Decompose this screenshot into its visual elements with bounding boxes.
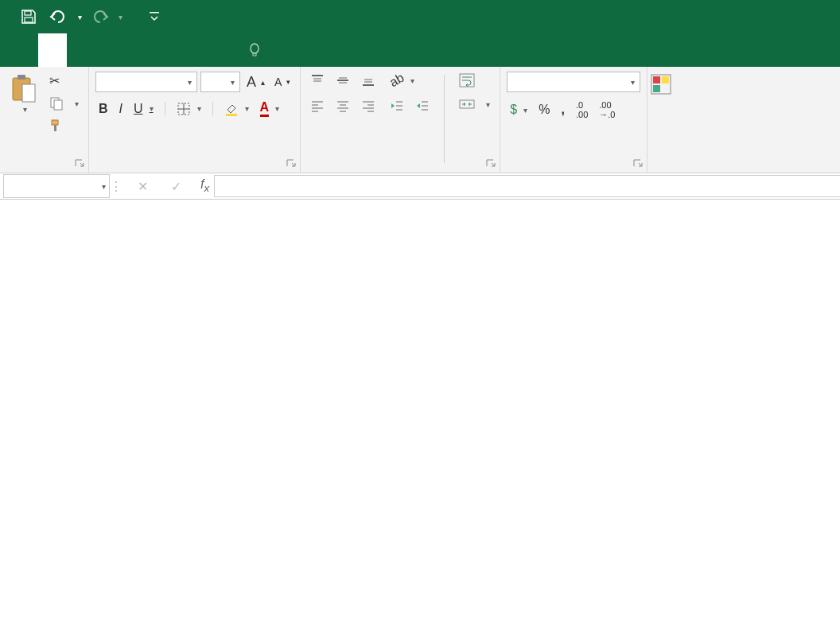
copy-icon	[49, 96, 64, 111]
quick-access-toolbar: ▾ ▾	[0, 4, 167, 29]
scissors-icon: ✂	[49, 73, 60, 88]
merge-icon	[459, 97, 475, 111]
align-middle-button[interactable]	[332, 72, 353, 89]
svg-rect-46	[653, 76, 660, 84]
group-alignment: ab▾ ▾	[301, 67, 500, 173]
ribbon-tabs	[0, 33, 840, 67]
underline-button[interactable]: U▾	[130, 100, 157, 118]
merge-center-button[interactable]: ▾	[456, 95, 493, 113]
svg-rect-48	[653, 85, 660, 92]
paste-button[interactable]: ▾	[6, 72, 41, 115]
svg-rect-2	[150, 12, 159, 14]
dialog-launcher-icon[interactable]	[74, 158, 85, 169]
font-color-button[interactable]: A▾	[257, 99, 283, 119]
name-box[interactable]: ▾	[3, 174, 110, 198]
decrease-indent-button[interactable]	[387, 97, 407, 115]
group-label-number	[507, 166, 640, 171]
tell-me-search[interactable]	[239, 33, 267, 67]
tab-view[interactable]	[210, 33, 239, 67]
percent-button[interactable]: %	[535, 101, 553, 119]
conditional-formatting-button[interactable]	[654, 72, 668, 97]
comma-button[interactable]: ,	[558, 101, 568, 119]
tab-formulas[interactable]	[124, 33, 153, 67]
fill-color-button[interactable]: ▾	[221, 100, 252, 118]
svg-rect-6	[18, 75, 25, 80]
chevron-down-icon: ▾	[486, 100, 490, 109]
svg-rect-9	[54, 100, 62, 110]
chevron-down-icon: ▾	[75, 99, 79, 108]
svg-rect-11	[54, 125, 56, 131]
tab-file[interactable]	[10, 33, 38, 67]
align-top-button[interactable]	[307, 72, 328, 89]
italic-button[interactable]: I	[116, 100, 126, 118]
paintbrush-icon	[49, 119, 64, 133]
lightbulb-icon	[248, 42, 261, 58]
cancel-edit-button[interactable]: ✕	[127, 175, 158, 197]
group-clipboard: ▾ ✂ ▾	[0, 67, 89, 173]
paste-icon	[10, 73, 38, 105]
svg-rect-44	[460, 100, 474, 108]
increase-decimal-button[interactable]: .0.00	[573, 99, 591, 121]
x-icon: ✕	[138, 179, 148, 194]
tab-insert[interactable]	[67, 33, 95, 67]
formula-bar: ▾ ⋮ ✕ ✓ fx	[0, 173, 840, 200]
tab-review[interactable]	[181, 33, 210, 67]
number-format-select[interactable]: ▾	[507, 72, 640, 92]
save-button[interactable]	[16, 4, 41, 29]
svg-rect-0	[25, 11, 31, 15]
wrap-text-button[interactable]	[456, 72, 493, 89]
dialog-launcher-icon[interactable]	[632, 158, 644, 169]
currency-icon: $	[510, 103, 517, 117]
chevron-down-icon: ▾	[23, 105, 27, 114]
confirm-edit-button[interactable]: ✓	[161, 175, 191, 197]
increase-indent-button[interactable]	[412, 97, 433, 115]
increase-font-button[interactable]: A▴	[243, 72, 268, 92]
redo-button[interactable]	[87, 4, 112, 29]
svg-rect-7	[22, 84, 35, 102]
formula-input[interactable]	[214, 175, 840, 197]
tab-home[interactable]	[38, 33, 67, 67]
font-size-select[interactable]: ▾	[200, 72, 240, 92]
align-right-button[interactable]	[358, 97, 379, 115]
tab-data[interactable]	[153, 33, 181, 67]
bold-button[interactable]: B	[95, 100, 111, 118]
borders-button[interactable]: ▾	[173, 100, 204, 118]
svg-rect-10	[52, 120, 58, 125]
svg-point-3	[251, 44, 259, 53]
align-left-button[interactable]	[307, 97, 328, 115]
tab-page-layout[interactable]	[95, 33, 124, 67]
format-painter-button[interactable]	[46, 117, 82, 134]
font-name-select[interactable]: ▾	[95, 72, 197, 92]
group-label-alignment	[307, 166, 493, 171]
title-bar: ▾ ▾	[0, 0, 840, 33]
decrease-font-button[interactable]: A▾	[271, 74, 294, 90]
currency-button[interactable]: $▾	[507, 101, 531, 119]
wrap-text-icon	[459, 73, 475, 87]
copy-button[interactable]: ▾	[46, 95, 82, 112]
svg-rect-4	[253, 53, 256, 56]
group-conditional-formatting	[648, 67, 675, 173]
svg-rect-1	[25, 17, 33, 22]
group-font: ▾ ▾ A▴ A▾ B I U▾ ▾ ▾ A▾	[89, 67, 301, 173]
dialog-launcher-icon[interactable]	[286, 158, 297, 169]
dialog-launcher-icon[interactable]	[485, 158, 496, 169]
fx-icon[interactable]: fx	[200, 177, 209, 194]
ribbon: ▾ ✂ ▾	[0, 67, 840, 173]
decrease-decimal-button[interactable]: .00→.0	[596, 99, 618, 121]
svg-rect-47	[662, 76, 669, 84]
svg-rect-15	[226, 114, 237, 116]
group-label-clipboard	[6, 166, 82, 171]
conditional-icon	[650, 73, 672, 95]
group-number: ▾ $▾ % , .0.00 .00→.0	[500, 67, 648, 173]
align-bottom-button[interactable]	[358, 72, 379, 89]
check-icon: ✓	[171, 179, 181, 194]
cut-button[interactable]: ✂	[46, 72, 82, 90]
undo-button[interactable]	[46, 4, 72, 29]
group-label-font	[95, 166, 294, 171]
align-center-button[interactable]	[332, 97, 353, 115]
qat-customize-button[interactable]	[142, 4, 167, 29]
orientation-button[interactable]: ab▾	[387, 72, 418, 89]
